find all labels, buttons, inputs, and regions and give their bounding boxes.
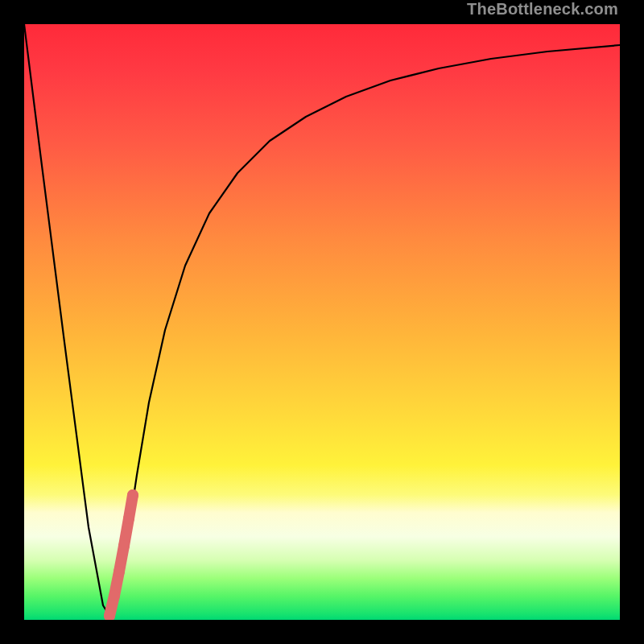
- plot-area: [24, 24, 620, 620]
- accent-dot: [127, 489, 138, 501]
- accent-dot: [123, 513, 134, 524]
- chart-frame: TheBottleneck.com: [0, 0, 644, 644]
- watermark-text: TheBottleneck.com: [467, 0, 618, 19]
- chart-svg: [24, 24, 620, 620]
- accent-dot: [109, 590, 120, 601]
- accent-dot: [114, 566, 125, 577]
- bottleneck-curve: [24, 24, 620, 616]
- accent-dot: [118, 540, 130, 551]
- accent-marker-group: [104, 489, 138, 620]
